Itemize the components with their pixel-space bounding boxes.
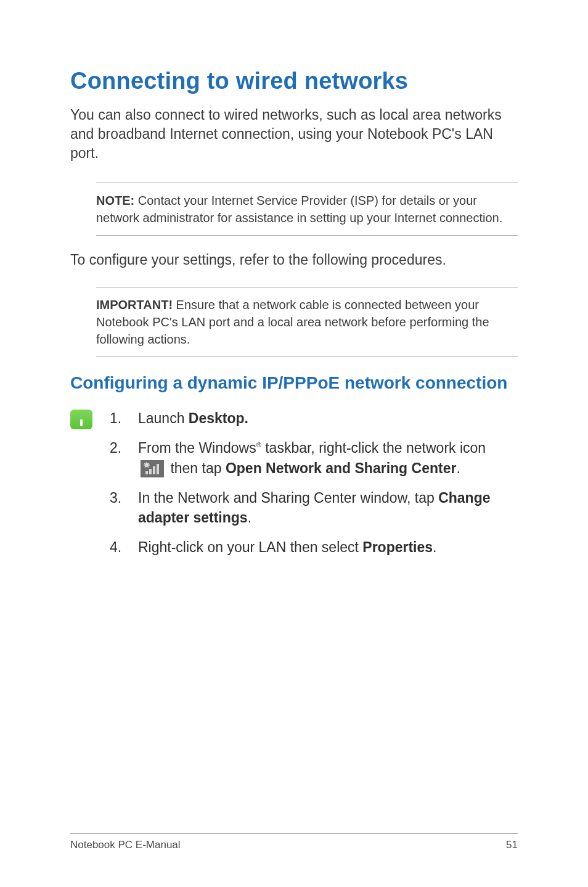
step-2-text-c: then tap	[166, 460, 226, 476]
step-3-text-c: .	[248, 510, 251, 526]
step-4-text-a: Right-click on your LAN then select	[138, 539, 362, 555]
step-2-text-a: From the Windows	[138, 440, 256, 456]
step-1: Launch Desktop.	[110, 408, 518, 428]
registered-mark: ®	[256, 442, 261, 449]
svg-rect-2	[149, 469, 152, 474]
step-4-text-c: .	[433, 539, 436, 555]
footer-page-number: 51	[506, 839, 518, 851]
svg-rect-4	[157, 464, 159, 474]
note-label: NOTE:	[96, 194, 134, 207]
page-footer: Notebook PC E-Manual 51	[70, 833, 518, 851]
footer-left: Notebook PC E-Manual	[70, 839, 181, 851]
step-2-text-b: taskbar, right-click the network icon	[261, 440, 486, 456]
step-1-text-a: Launch	[138, 410, 189, 426]
step-4: Right-click on your LAN then select Prop…	[110, 537, 518, 557]
step-3: In the Network and Sharing Center window…	[110, 488, 518, 527]
mid-paragraph: To configure your settings, refer to the…	[70, 250, 518, 270]
note-block: NOTE: Contact your Internet Service Prov…	[96, 183, 518, 236]
intro-paragraph: You can also connect to wired networks, …	[70, 105, 518, 163]
svg-rect-1	[145, 471, 148, 474]
step-2: From the Windows® taskbar, right-click t…	[110, 438, 518, 477]
step-3-text-a: In the Network and Sharing Center window…	[138, 490, 438, 506]
page-title: Connecting to wired networks	[70, 68, 518, 94]
important-block: IMPORTANT! Ensure that a network cable i…	[96, 287, 518, 357]
network-tray-icon	[141, 460, 164, 477]
step-2-text-e: .	[456, 460, 460, 476]
touchpad-guide-icon	[70, 408, 95, 567]
important-label: IMPORTANT!	[96, 298, 173, 311]
steps-list: Launch Desktop. From the Windows® taskba…	[110, 408, 518, 567]
svg-rect-0	[141, 460, 164, 477]
step-4-bold: Properties	[362, 539, 433, 555]
note-text: Contact your Internet Service Provider (…	[96, 194, 502, 225]
svg-rect-3	[153, 466, 155, 474]
section-heading: Configuring a dynamic IP/PPPoE network c…	[70, 372, 518, 394]
step-2-bold: Open Network and Sharing Center	[226, 460, 456, 476]
step-1-bold: Desktop.	[189, 410, 248, 426]
